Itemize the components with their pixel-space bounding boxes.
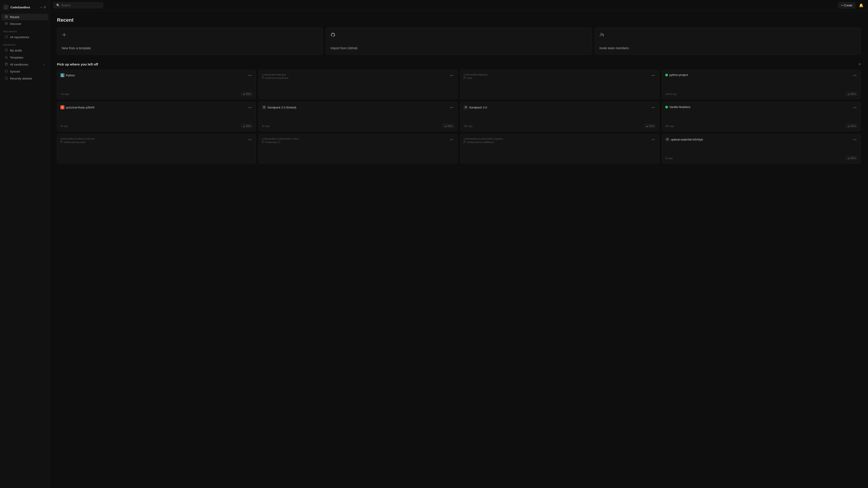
project-card[interactable]: python-project ••• 19min ago ☁ Beta bbox=[662, 70, 861, 99]
project-card[interactable]: ⚙ upbeat-waterfall-e0m0yb ••• 3d ago ☁ B… bbox=[662, 134, 861, 163]
beta-badge: ☁ Beta bbox=[241, 124, 252, 128]
project-menu-button[interactable]: ••• bbox=[852, 137, 857, 142]
project-menu-button[interactable]: ••• bbox=[449, 137, 454, 142]
project-menu-button[interactable]: ••• bbox=[651, 73, 656, 78]
beta-label: Beta bbox=[649, 125, 654, 127]
project-card[interactable]: codesandbox/codesandbox-client tristan/o… bbox=[258, 134, 458, 163]
sidebar-item-discover[interactable]: Discover bbox=[1, 21, 48, 27]
project-card-footer: 20h ago ☁ Beta bbox=[665, 124, 857, 128]
sidebar-item-label: All repositories bbox=[10, 35, 29, 39]
svg-point-12 bbox=[600, 33, 602, 35]
svg-point-28 bbox=[464, 142, 465, 143]
chevron-down-icon: ▾ bbox=[40, 6, 41, 8]
svg-point-22 bbox=[61, 142, 61, 143]
branch-icon bbox=[464, 76, 466, 79]
beta-label: Beta bbox=[246, 125, 251, 127]
project-menu-button[interactable]: ••• bbox=[247, 105, 252, 110]
svg-point-25 bbox=[262, 142, 263, 143]
project-menu-button[interactable]: ••• bbox=[247, 137, 252, 142]
project-card-header: python-project ••• bbox=[665, 73, 857, 78]
project-menu-button[interactable]: ••• bbox=[247, 73, 252, 78]
beta-label: Beta bbox=[851, 125, 856, 127]
sandboxes-section-label: Sandboxes bbox=[0, 41, 50, 47]
sidebar-item-templates[interactable]: Templates bbox=[1, 54, 48, 61]
project-card-footer: 3d ago ☁ Beta bbox=[665, 156, 857, 160]
cloud-icon: ☁ bbox=[243, 125, 245, 127]
project-menu-button[interactable]: ••• bbox=[651, 105, 656, 110]
page-title: Recent bbox=[57, 17, 861, 23]
svg-point-16 bbox=[262, 78, 263, 79]
project-name: python-project bbox=[669, 73, 688, 76]
create-button[interactable]: + Create bbox=[838, 2, 855, 8]
project-card-footer: 4h ago ☁ Beta bbox=[60, 124, 252, 128]
svg-point-21 bbox=[61, 141, 61, 141]
green-dot-icon bbox=[665, 106, 668, 108]
project-menu-button[interactable]: ••• bbox=[449, 73, 454, 78]
project-name-row: ⚙ upbeat-waterfall-e0m0yb bbox=[665, 137, 703, 141]
sidebar-item-all-sandboxes[interactable]: All sandboxes ▸ bbox=[1, 61, 48, 68]
svg-rect-4 bbox=[5, 36, 7, 38]
project-repo: codesandbox/nodebox-internal bbox=[60, 137, 94, 140]
new-template-card[interactable]: New from a template bbox=[57, 28, 323, 55]
sidebar-item-my-drafts[interactable]: My drafts bbox=[1, 47, 48, 54]
search-bar[interactable]: 🔍 Search bbox=[53, 2, 103, 8]
beta-badge: ☁ Beta bbox=[846, 124, 857, 128]
sidebar-item-label: Discover bbox=[10, 22, 22, 26]
project-branch: tristan/opp-17 bbox=[262, 140, 299, 144]
branch-icon bbox=[60, 140, 63, 144]
drafts-icon bbox=[4, 48, 8, 53]
sidebar-item-synced[interactable]: Synced bbox=[1, 68, 48, 75]
project-card[interactable]: codesandbox/djangox main ••• bbox=[460, 70, 659, 99]
branch-icon bbox=[464, 140, 466, 144]
project-name: upbeat-waterfall-e0m0yb bbox=[671, 138, 703, 141]
gear-icon[interactable]: ⚙ bbox=[43, 5, 46, 9]
project-card[interactable]: ⚙ Sandpack 2.0 (forked) ••• 5h ago ☁ Bet… bbox=[258, 102, 458, 131]
sidebar-item-recent[interactable]: Recent bbox=[1, 14, 48, 20]
cloud-icon: ☁ bbox=[646, 125, 648, 127]
project-card[interactable]: 5 quizzical-tharp-y26xhf ••• 4h ago ☁ Be… bbox=[57, 102, 256, 131]
project-card-header: codesandbox/codesandbox-client tristan/o… bbox=[262, 137, 454, 144]
project-card[interactable]: codesandbox/codesandbox-applica... draft… bbox=[460, 134, 659, 163]
html-icon: 5 bbox=[60, 105, 64, 109]
project-time: 3d ago bbox=[665, 157, 673, 160]
svg-point-2 bbox=[5, 22, 8, 25]
notification-button[interactable]: 🔔 bbox=[858, 2, 864, 8]
project-menu-button[interactable]: ••• bbox=[449, 105, 454, 110]
project-card[interactable]: 🐍 Python ••• 11d ago ☁ Beta bbox=[57, 70, 256, 99]
invite-team-card[interactable]: Invite team members bbox=[595, 28, 861, 55]
action-cards: New from a template Import from GitHub bbox=[57, 28, 861, 55]
project-card[interactable]: Vanilla Nodebox ••• 20h ago ☁ Beta bbox=[662, 102, 861, 131]
project-card-footer: 5h ago ☁ Beta bbox=[262, 124, 454, 128]
sidebar-item-recently-deleted[interactable]: Recently deleted bbox=[1, 75, 48, 82]
project-name: quizzical-tharp-y26xhf bbox=[66, 106, 94, 109]
import-github-card[interactable]: Import from GitHub bbox=[326, 28, 592, 55]
python-icon: 🐍 bbox=[60, 73, 64, 77]
project-card-header: codesandbox/djangox draft/recursing-flow… bbox=[262, 73, 454, 79]
project-meta: codesandbox/djangox main bbox=[464, 73, 488, 79]
sidebar-item-label: Recently deleted bbox=[10, 77, 32, 80]
sidebar-nav: Recent Discover bbox=[0, 13, 50, 27]
beta-badge: ☁ Beta bbox=[846, 92, 857, 96]
svg-point-15 bbox=[262, 76, 263, 77]
sidebar-item-all-repositories[interactable]: All repositories bbox=[1, 34, 48, 40]
svg-point-19 bbox=[464, 78, 465, 79]
project-repo: codesandbox/codesandbox-applica... bbox=[464, 137, 505, 140]
project-repo: codesandbox/codesandbox-client bbox=[262, 137, 299, 140]
workspace-header[interactable]: CodeSandbox ▾ ⚙ bbox=[0, 3, 50, 13]
project-menu-button[interactable]: ••• bbox=[852, 105, 857, 110]
project-menu-button[interactable]: ••• bbox=[852, 73, 857, 78]
project-card[interactable]: codesandbox/djangox draft/recursing-flow… bbox=[258, 70, 458, 99]
project-branch: draft/priceless-wildflower bbox=[464, 140, 505, 144]
svg-point-27 bbox=[464, 141, 465, 141]
svg-point-9 bbox=[5, 77, 8, 79]
project-name: Python bbox=[66, 74, 75, 77]
project-meta: codesandbox/codesandbox-client tristan/o… bbox=[262, 137, 299, 144]
project-card[interactable]: codesandbox/nodebox-internal draft/laugh… bbox=[57, 134, 256, 163]
synced-icon bbox=[4, 70, 8, 73]
section-menu-icon[interactable]: ≡ bbox=[858, 62, 861, 67]
project-repo: codesandbox/djangox bbox=[464, 73, 488, 76]
deleted-icon bbox=[4, 76, 8, 80]
cloud-icon: ☁ bbox=[848, 125, 850, 127]
project-menu-button[interactable]: ••• bbox=[651, 137, 656, 142]
project-card[interactable]: ⚙ Sandpack 2.0 ••• 20h ago ☁ Beta bbox=[460, 102, 659, 131]
